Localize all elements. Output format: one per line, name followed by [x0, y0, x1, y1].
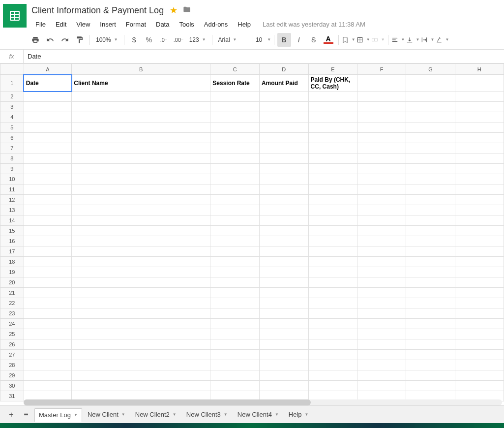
cell-G26[interactable]	[406, 339, 455, 350]
row-header-1[interactable]: 1	[0, 75, 24, 92]
borders-button[interactable]: ▼	[356, 33, 370, 47]
cell-G14[interactable]	[406, 215, 455, 226]
cell-D20[interactable]	[259, 277, 308, 288]
row-header-12[interactable]: 12	[0, 195, 24, 205]
cell-H1[interactable]	[455, 75, 504, 92]
cell-F10[interactable]	[357, 174, 406, 184]
row-header-13[interactable]: 13	[0, 205, 24, 215]
cell-H13[interactable]	[455, 205, 504, 215]
menu-format[interactable]: Format	[122, 19, 150, 30]
cell-A1[interactable]: Date	[24, 75, 72, 92]
horizontal-scrollbar[interactable]	[24, 399, 502, 405]
row-header-29[interactable]: 29	[0, 370, 24, 381]
cell-F25[interactable]	[357, 329, 406, 339]
text-rotation-button[interactable]: ▼	[436, 33, 449, 47]
cell-G12[interactable]	[406, 195, 455, 205]
cell-H4[interactable]	[455, 112, 504, 122]
row-header-7[interactable]: 7	[0, 143, 24, 153]
row-header-14[interactable]: 14	[0, 215, 24, 226]
row-header-2[interactable]: 2	[0, 92, 24, 102]
cell-D9[interactable]	[259, 164, 308, 174]
row-header-18[interactable]: 18	[0, 257, 24, 267]
text-color-button[interactable]: A	[322, 33, 335, 47]
cell-G20[interactable]	[406, 277, 455, 288]
cell-B1[interactable]: Client Name	[72, 75, 210, 92]
cell-B19[interactable]	[72, 267, 210, 277]
cell-B17[interactable]	[72, 246, 210, 257]
cell-G2[interactable]	[406, 92, 455, 102]
cell-F29[interactable]	[357, 370, 406, 381]
cell-H28[interactable]	[455, 360, 504, 370]
cell-B20[interactable]	[72, 277, 210, 288]
sheet-tab-master-log[interactable]: Master Log▼	[34, 408, 82, 422]
cell-C25[interactable]	[210, 329, 260, 339]
tab-menu-icon[interactable]: ▼	[173, 412, 177, 417]
cell-C22[interactable]	[210, 298, 260, 308]
cell-B7[interactable]	[72, 143, 210, 153]
cell-H29[interactable]	[455, 370, 504, 381]
cell-C14[interactable]	[210, 215, 260, 226]
cell-G10[interactable]	[406, 174, 455, 184]
cell-E10[interactable]	[308, 174, 357, 184]
cell-C3[interactable]	[210, 102, 260, 112]
menu-view[interactable]: View	[72, 19, 94, 30]
cell-C13[interactable]	[210, 205, 260, 215]
cell-A4[interactable]	[24, 112, 72, 122]
formula-input[interactable]: Date	[24, 53, 504, 60]
cell-A30[interactable]	[24, 381, 72, 391]
cell-E12[interactable]	[308, 195, 357, 205]
row-header-31[interactable]: 31	[0, 391, 24, 401]
row-header-22[interactable]: 22	[0, 298, 24, 308]
cell-E30[interactable]	[308, 381, 357, 391]
cell-B21[interactable]	[72, 288, 210, 298]
cell-G19[interactable]	[406, 267, 455, 277]
cell-G5[interactable]	[406, 122, 455, 133]
cell-H14[interactable]	[455, 215, 504, 226]
sheet-tab-new-client[interactable]: New Client▼	[83, 408, 130, 422]
cell-E9[interactable]	[308, 164, 357, 174]
add-sheet-button[interactable]: +	[5, 408, 18, 421]
cell-A19[interactable]	[24, 267, 72, 277]
cell-H20[interactable]	[455, 277, 504, 288]
cell-D21[interactable]	[259, 288, 308, 298]
font-size-dropdown[interactable]: 10▼	[256, 33, 271, 47]
cell-A21[interactable]	[24, 288, 72, 298]
cell-H26[interactable]	[455, 339, 504, 350]
tab-menu-icon[interactable]: ▼	[74, 413, 78, 417]
cell-F28[interactable]	[357, 360, 406, 370]
sheet-tab-new-client3[interactable]: New Client3▼	[182, 408, 232, 422]
cell-E1[interactable]: Paid By (CHK, CC, Cash)	[308, 75, 357, 92]
currency-icon[interactable]: $	[127, 33, 141, 47]
row-header-23[interactable]: 23	[0, 308, 24, 319]
row-header-30[interactable]: 30	[0, 381, 24, 391]
cell-H25[interactable]	[455, 329, 504, 339]
undo-icon[interactable]	[43, 33, 57, 47]
cell-A5[interactable]	[24, 122, 72, 133]
cell-B13[interactable]	[72, 205, 210, 215]
cell-F24[interactable]	[357, 319, 406, 329]
tab-menu-icon[interactable]: ▼	[224, 412, 228, 417]
cell-C1[interactable]: Session Rate	[210, 75, 260, 92]
cell-H12[interactable]	[455, 195, 504, 205]
col-header-F[interactable]: F	[357, 64, 406, 75]
zoom-dropdown[interactable]: 100%▼	[93, 33, 121, 47]
cell-C11[interactable]	[210, 184, 260, 195]
cell-D13[interactable]	[259, 205, 308, 215]
cell-H27[interactable]	[455, 350, 504, 360]
col-header-E[interactable]: E	[308, 64, 357, 75]
cell-A2[interactable]	[24, 92, 72, 102]
cell-E20[interactable]	[308, 277, 357, 288]
row-header-10[interactable]: 10	[0, 174, 24, 184]
cell-C10[interactable]	[210, 174, 260, 184]
print-icon[interactable]	[29, 33, 42, 47]
cell-B2[interactable]	[72, 92, 210, 102]
row-header-27[interactable]: 27	[0, 350, 24, 360]
italic-button[interactable]: I	[292, 33, 306, 47]
cell-B28[interactable]	[72, 360, 210, 370]
menu-help[interactable]: Help	[234, 19, 255, 30]
cell-F9[interactable]	[357, 164, 406, 174]
cell-H18[interactable]	[455, 257, 504, 267]
cell-H5[interactable]	[455, 122, 504, 133]
row-header-5[interactable]: 5	[0, 122, 24, 133]
cell-A12[interactable]	[24, 195, 72, 205]
